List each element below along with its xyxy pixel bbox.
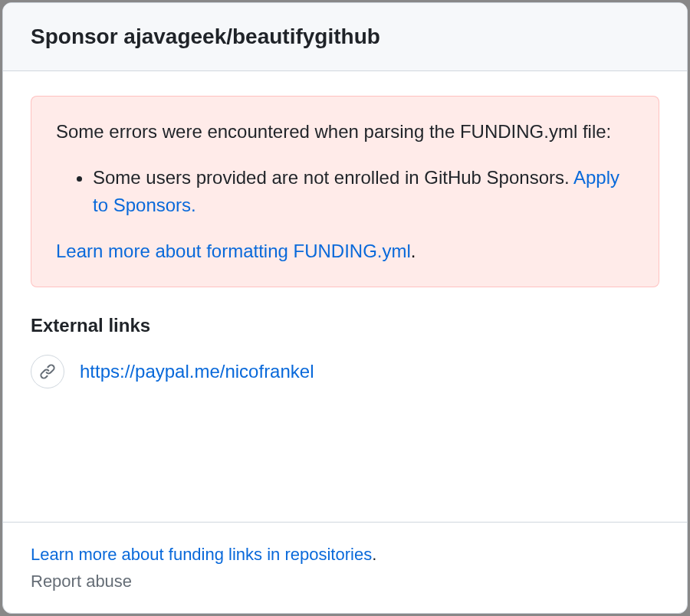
footer-learn-suffix: . — [372, 545, 376, 564]
dialog-title: Sponsor ajavageek/beautifygithub — [31, 25, 659, 49]
link-icon — [31, 355, 64, 388]
error-flash: Some errors were encountered when parsin… — [31, 96, 659, 287]
dialog-footer: Learn more about funding links in reposi… — [3, 522, 687, 613]
sponsor-dialog: Sponsor ajavageek/beautifygithub Some er… — [2, 2, 688, 614]
external-links-heading: External links — [31, 315, 659, 336]
report-abuse-link[interactable]: Report abuse — [31, 568, 659, 595]
learn-funding-links-link[interactable]: Learn more about funding links in reposi… — [31, 545, 372, 564]
error-learn-more: Learn more about formatting FUNDING.yml. — [56, 238, 634, 265]
error-learn-suffix: . — [411, 241, 416, 261]
error-list-item: Some users provided are not enrolled in … — [93, 164, 634, 219]
footer-learn-line: Learn more about funding links in reposi… — [31, 541, 659, 568]
error-item-text: Some users provided are not enrolled in … — [93, 167, 573, 188]
dialog-header: Sponsor ajavageek/beautifygithub — [3, 3, 687, 71]
external-link-url[interactable]: https://paypal.me/nicofrankel — [80, 361, 314, 382]
external-link-row: https://paypal.me/nicofrankel — [31, 355, 659, 388]
learn-formatting-link[interactable]: Learn more about formatting FUNDING.yml — [56, 241, 411, 261]
dialog-body: Some errors were encountered when parsin… — [3, 71, 687, 522]
error-intro-text: Some errors were encountered when parsin… — [56, 118, 634, 146]
error-list: Some users provided are not enrolled in … — [56, 164, 634, 219]
